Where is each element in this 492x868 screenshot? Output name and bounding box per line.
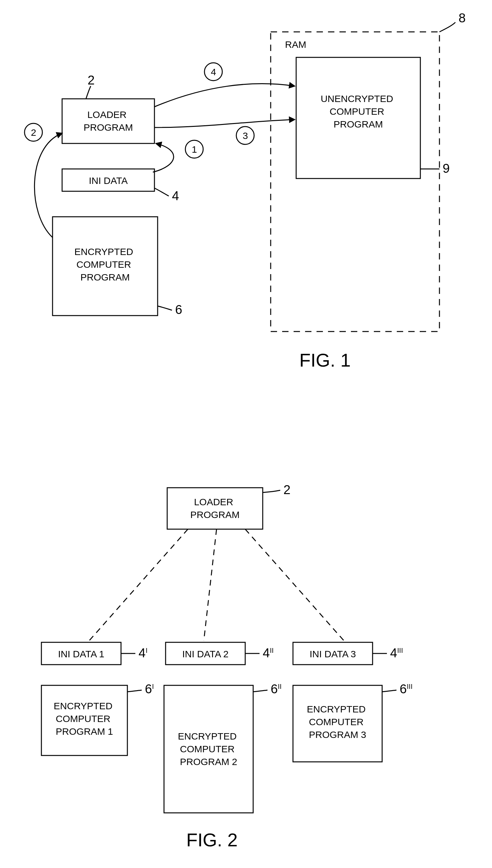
step-2-num: 2 [31, 127, 36, 138]
enc1-label: ENCRYPTED COMPUTER PROGRAM 1 [54, 701, 115, 737]
arrow-step-4 [154, 84, 295, 107]
lead-enc2 [253, 690, 268, 692]
lead-enc1 [127, 690, 142, 692]
ref-ini3: 4III [390, 646, 403, 660]
arrow-step-3 [154, 120, 295, 127]
encrypted-label: ENCRYPTED COMPUTER PROGRAM [75, 247, 136, 282]
enc2-label: ENCRYPTED COMPUTER PROGRAM 2 [178, 731, 240, 767]
lead-loader [86, 86, 91, 99]
loader-box [62, 99, 154, 143]
lead-ini [154, 188, 169, 196]
step-1-num: 1 [192, 144, 197, 155]
figure-2: LOADER PROGRAM 2 INI DATA 1 4I INI DATA … [42, 483, 413, 850]
dash-1 [89, 529, 188, 641]
figure-1: RAM 8 UNENCRYPTED COMPUTER PROGRAM 9 LOA… [25, 11, 466, 370]
lead-enc [157, 306, 172, 310]
ref-enc: 6 [175, 303, 182, 316]
lead-enc3 [382, 690, 396, 692]
dash-3 [245, 529, 344, 641]
unencrypted-box [296, 57, 420, 179]
fig1-caption: FIG. 1 [299, 350, 351, 370]
ref-loader2: 2 [284, 483, 290, 497]
fig2-caption: FIG. 2 [186, 829, 238, 850]
lead-ram [440, 22, 456, 32]
ref-loader: 2 [88, 73, 95, 87]
ref-enc2: 6II [271, 682, 281, 696]
dash-2 [204, 529, 217, 641]
step-3-num: 3 [243, 131, 248, 141]
ini3-label: INI DATA 3 [310, 649, 356, 659]
ini2-label: INI DATA 2 [182, 649, 229, 659]
arrow-step-1 [153, 143, 174, 172]
ref-ini1: 4I [139, 646, 147, 660]
ref-unenc: 9 [443, 161, 450, 175]
ref-ini: 4 [172, 189, 179, 203]
loader2-box [167, 488, 263, 529]
enc3-label: ENCRYPTED COMPUTER PROGRAM 3 [307, 704, 368, 740]
lead-loader2 [263, 490, 280, 492]
ram-label: RAM [285, 39, 306, 50]
diagram-root: RAM 8 UNENCRYPTED COMPUTER PROGRAM 9 LOA… [0, 0, 492, 868]
ini1-label: INI DATA 1 [58, 649, 104, 659]
ref-enc1: 6I [145, 682, 154, 696]
ref-enc3: 6III [400, 682, 413, 696]
ini-label: INI DATA [89, 175, 128, 186]
step-4-num: 4 [211, 67, 216, 77]
ref-ram: 8 [459, 11, 466, 25]
ref-ini2: 4II [263, 646, 274, 660]
